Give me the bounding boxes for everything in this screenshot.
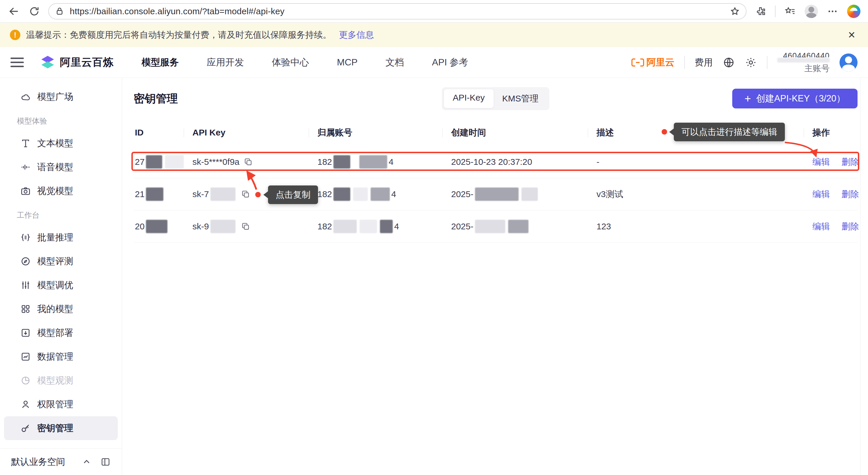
sidebar-item-model-plaza[interactable]: 模型广场 (4, 85, 118, 109)
nav-items: 模型服务 应用开发 体验中心 MCP 文档 API 参考 (142, 56, 468, 69)
bookmark-star-icon[interactable] (730, 6, 740, 17)
sidebar-item-model-eval[interactable]: 模型评测 (4, 249, 118, 273)
cell-account: 1824 (309, 155, 442, 168)
site-permissions-icon[interactable] (55, 6, 65, 16)
favorites-icon[interactable] (784, 5, 797, 18)
cell-account: 1824 (309, 220, 442, 233)
delete-link[interactable]: 删除 (841, 156, 859, 168)
chevron-up-icon[interactable] (82, 457, 92, 467)
text-model-icon (20, 138, 31, 149)
cell-desc[interactable]: 123 (588, 222, 804, 231)
account-id-masked: 4604460440 (777, 52, 830, 57)
sidebar-item-model-deploy[interactable]: 模型部署 (4, 321, 118, 345)
cell-created: 2025- (442, 220, 588, 233)
sidebar-item-data-management[interactable]: 数据管理 (4, 345, 118, 369)
col-header-api-key: API Key (184, 119, 309, 146)
col-header-id: ID (134, 119, 184, 146)
vision-model-icon (20, 186, 31, 196)
table-row: 21 sk-7 1824 2025- v3测试 编辑 删除 (134, 178, 858, 211)
account-info[interactable]: 4604460440 主账号 (777, 52, 830, 73)
col-header-created: 创建时间 (442, 119, 588, 146)
sidebar-item-speech-model[interactable]: 语音模型 (4, 155, 118, 179)
sidebar-item-model-tuning[interactable]: 模型调优 (4, 273, 118, 297)
redaction-block (334, 155, 350, 168)
notice-text: 温馨提示：免费额度用完后将自动转为按量付费，请及时充值以保障服务持续。 (26, 29, 331, 41)
divider (775, 5, 776, 17)
url-bar[interactable]: https://bailian.console.aliyun.com/?tab=… (48, 3, 746, 20)
sidebar-item-vision-model[interactable]: 视觉模型 (4, 179, 118, 203)
delete-link[interactable]: 删除 (841, 221, 859, 232)
collapse-sidebar-icon[interactable] (100, 457, 111, 467)
copy-icon[interactable] (241, 190, 250, 199)
tab-api-key[interactable]: API-Key (444, 89, 493, 108)
copy-icon[interactable] (244, 157, 253, 166)
brand[interactable]: 阿里云百炼 (40, 55, 114, 70)
cell-actions: 编辑 删除 (804, 156, 852, 168)
redaction-block (353, 188, 368, 201)
model-eval-icon (20, 256, 31, 266)
settings-gear-icon[interactable] (745, 56, 757, 69)
nav-item-docs[interactable]: 文档 (385, 56, 404, 69)
billing-link[interactable]: 费用 (695, 56, 713, 69)
edit-link[interactable]: 编辑 (812, 221, 830, 232)
cell-desc[interactable]: - (588, 157, 804, 167)
sidebar-item-permission[interactable]: 权限管理 (4, 392, 118, 416)
user-avatar[interactable] (839, 54, 858, 71)
nav-item-api-ref[interactable]: API 参考 (432, 56, 468, 69)
notice-bar: ! 温馨提示：免费额度用完后将自动转为按量付费，请及时充值以保障服务持续。 更多… (0, 23, 868, 47)
col-header-account: 归属账号 (309, 119, 442, 146)
nav-item-app-dev[interactable]: 应用开发 (207, 56, 244, 69)
redaction-block (475, 188, 519, 201)
create-api-key-button[interactable]: + 创建API-KEY（3/20） (732, 89, 858, 108)
delete-link[interactable]: 删除 (841, 188, 859, 200)
sidebar-item-batch-inference[interactable]: 批量推理 (4, 226, 118, 249)
divider (684, 56, 685, 69)
nav-item-model-service[interactable]: 模型服务 (142, 56, 179, 69)
redaction-block (522, 188, 538, 201)
nav-item-mcp[interactable]: MCP (337, 57, 358, 68)
cell-api-key: sk-7 (184, 188, 309, 201)
nav-item-experience[interactable]: 体验中心 (272, 56, 309, 69)
top-nav: 阿里云百炼 模型服务 应用开发 体验中心 MCP 文档 API 参考 阿里云 费… (0, 47, 868, 78)
extensions-icon[interactable] (754, 5, 767, 18)
key-type-tabs: API-Key KMS管理 (442, 87, 549, 110)
notice-close-icon[interactable]: × (845, 29, 858, 41)
main-content: 密钥管理 API-Key KMS管理 + 创建API-KEY（3/20） ID … (122, 78, 868, 475)
redaction-block (211, 188, 236, 201)
cell-desc[interactable]: v3测试 (588, 188, 804, 200)
cell-actions: 编辑 删除 (804, 221, 852, 232)
api-key-icon (20, 423, 31, 434)
workspace-switcher[interactable]: 默认业务空间 (0, 448, 122, 475)
redaction-block (146, 155, 162, 168)
browser-profile-avatar[interactable] (805, 5, 818, 18)
sidebar-item-my-models[interactable]: 我的模型 (4, 297, 118, 321)
model-deploy-icon (20, 328, 31, 338)
redaction-block (146, 188, 163, 201)
notice-more-link[interactable]: 更多信息 (339, 29, 374, 41)
copilot-icon[interactable] (847, 5, 861, 18)
sidebar-section-workbench: 工作台 (0, 203, 122, 226)
edit-link[interactable]: 编辑 (812, 188, 830, 200)
account-id-redaction (777, 58, 830, 63)
table-header: ID API Key 归属账号 创建时间 描述 操作 (134, 119, 858, 146)
sidebar-item-api-key[interactable]: 密钥管理 (4, 416, 118, 440)
sidebar-item-model-observe[interactable]: 模型观测 (4, 369, 118, 392)
back-icon[interactable] (7, 5, 20, 18)
table-row: 27 sk-5****0f9a 1824 2025-10-23 20:37:20… (134, 146, 858, 178)
sidebar-item-text-model[interactable]: 文本模型 (4, 131, 118, 155)
tab-kms[interactable]: KMS管理 (494, 89, 547, 108)
col-header-desc: 描述 (588, 119, 804, 146)
url-text: https://bailian.console.aliyun.com/?tab=… (70, 6, 724, 16)
aliyun-logo[interactable]: 阿里云 (631, 56, 674, 69)
language-globe-icon[interactable] (723, 56, 735, 69)
cell-id: 21 (134, 188, 184, 201)
copy-icon[interactable] (241, 222, 250, 231)
model-plaza-icon (20, 92, 31, 102)
edit-link[interactable]: 编辑 (812, 156, 830, 168)
browser-menu-icon[interactable] (826, 5, 839, 18)
redaction-block (334, 220, 357, 233)
redaction-block (359, 155, 387, 168)
redaction-block (211, 220, 236, 233)
hamburger-menu-icon[interactable] (10, 58, 24, 67)
refresh-icon[interactable] (28, 5, 41, 18)
